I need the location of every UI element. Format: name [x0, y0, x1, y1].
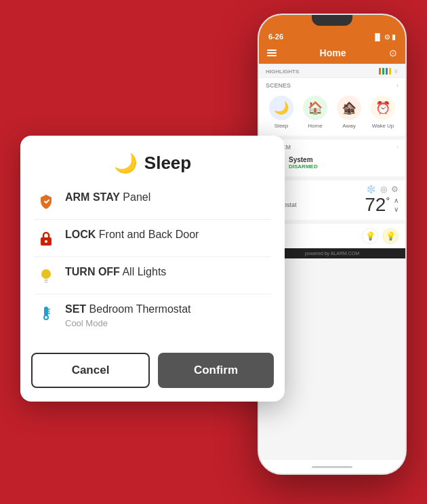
- arm-stay-icon: [37, 192, 56, 211]
- highlights-section: HIGHLIGHTS ∨: [259, 64, 405, 78]
- lock-icon: [37, 229, 56, 248]
- signal-icon: ▐▌: [373, 33, 382, 41]
- thermostat-mode-label: Cool Mode: [65, 318, 268, 328]
- svg-rect-4: [45, 282, 47, 283]
- scene-away[interactable]: 🏚️ Away: [337, 96, 361, 129]
- arm-stay-text: ARM STAY Panel: [65, 191, 268, 205]
- svg-rect-5: [44, 307, 48, 316]
- modal-buttons: Cancel Confirm: [20, 347, 285, 402]
- svg-point-1: [45, 240, 47, 243]
- highlights-chevron[interactable]: ∨: [394, 68, 399, 75]
- modal-item-arm-stay: ARM STAY Panel: [34, 182, 271, 220]
- modal-moon-icon: 🌙: [114, 152, 138, 174]
- scene-wakeup[interactable]: ⏰ Wake Up: [371, 96, 395, 129]
- degree-symbol: °: [386, 195, 390, 206]
- scene-home[interactable]: 🏠 Home: [303, 96, 327, 129]
- sleep-modal: 🌙 Sleep ARM STAY Panel: [20, 136, 285, 402]
- svg-point-7: [45, 316, 47, 319]
- system-disarmed: DISARMED: [289, 163, 318, 170]
- battery-icon: ▮: [392, 33, 396, 41]
- status-bar: 6-26 ▐▌ ⊙ ▮: [259, 28, 405, 43]
- lock-text: LOCK Front and Back Door: [65, 228, 268, 242]
- settings-icon[interactable]: ⊙: [389, 47, 397, 58]
- thermostat-content: Thermostat 72° ∧ ∨: [266, 194, 399, 216]
- system-status-row: System DISARMED: [266, 153, 399, 172]
- scenes-section: SCENES › 🌙 Sleep 🏠 Home 🏚️: [259, 78, 405, 136]
- modal-header: 🌙 Sleep: [20, 136, 285, 182]
- cool-icon: ❄️: [366, 185, 376, 194]
- arm-stay-label: ARM STAY Panel: [65, 191, 150, 203]
- temp-up-arrow[interactable]: ∧: [394, 197, 399, 204]
- thermostat-temperature: 72°: [365, 194, 390, 216]
- thermostat-set-label: SET Bedroom Thermostat: [65, 303, 191, 315]
- modal-item-lock: LOCK Front and Back Door: [34, 220, 271, 257]
- temp-down-arrow[interactable]: ∨: [394, 206, 399, 213]
- status-icons: ▐▌ ⊙ ▮: [373, 33, 396, 41]
- svg-rect-3: [44, 279, 48, 281]
- scene-away-icon: 🏚️: [337, 96, 361, 120]
- scenes-header: SCENES ›: [259, 78, 405, 92]
- scenes-chevron[interactable]: ›: [396, 82, 399, 89]
- scene-home-icon: 🏠: [303, 96, 327, 120]
- thermostat-controls: 72° ∧ ∨: [365, 194, 399, 216]
- fan-icon: ◎: [380, 185, 387, 194]
- scene-away-label: Away: [342, 123, 355, 129]
- lock-label: LOCK Front and Back Door: [65, 229, 199, 240]
- hamburger-icon[interactable]: [267, 50, 277, 56]
- wifi-icon: ⊙: [384, 33, 390, 41]
- system-info: System DISARMED: [289, 156, 318, 170]
- modal-title: Sleep: [144, 153, 191, 174]
- svg-point-2: [41, 269, 51, 279]
- phone-home-bar: [259, 460, 405, 473]
- scene-home-label: Home: [308, 123, 322, 129]
- highlights-label: HIGHLIGHTS: [266, 69, 299, 75]
- confirm-button[interactable]: Confirm: [158, 353, 274, 388]
- scenes-label: SCENES: [266, 82, 291, 89]
- thermostat-icon: [37, 304, 56, 323]
- thermostat-arrows[interactable]: ∧ ∨: [394, 197, 399, 213]
- bulb-icon: [37, 267, 56, 286]
- thermostat-text: SET Bedroom Thermostat Cool Mode: [65, 303, 268, 328]
- system-name: System: [289, 156, 318, 163]
- status-time: 6-26: [268, 33, 283, 41]
- app-title: Home: [320, 47, 346, 58]
- cancel-button[interactable]: Cancel: [31, 353, 150, 388]
- modal-item-turn-off: TURN OFF All Lights: [34, 257, 271, 294]
- phone-notch: [259, 15, 405, 28]
- home-indicator: [312, 466, 352, 468]
- system-chevron[interactable]: ›: [396, 144, 399, 151]
- app-header: Home ⊙: [259, 43, 405, 64]
- modal-item-thermostat: SET Bedroom Thermostat Cool Mode: [34, 294, 271, 336]
- highlights-bars: [379, 68, 391, 75]
- scenes-grid: 🌙 Sleep 🏠 Home 🏚️ Away ⏰: [259, 92, 405, 136]
- scene-sleep-icon: 🌙: [269, 96, 293, 120]
- turn-off-text: TURN OFF All Lights: [65, 265, 268, 279]
- light-button-1[interactable]: 💡: [362, 228, 378, 244]
- scene-wakeup-label: Wake Up: [372, 123, 394, 129]
- light-button-2[interactable]: 💡: [382, 228, 399, 244]
- scene-sleep[interactable]: 🌙 Sleep: [269, 96, 293, 129]
- scene-wakeup-icon: ⏰: [371, 96, 395, 120]
- turn-off-label: TURN OFF All Lights: [65, 266, 166, 277]
- modal-items: ARM STAY Panel LOCK Front and Back Door: [20, 182, 285, 347]
- thermo-settings-icon: ⚙: [391, 185, 399, 194]
- scene-sleep-label: Sleep: [274, 123, 288, 129]
